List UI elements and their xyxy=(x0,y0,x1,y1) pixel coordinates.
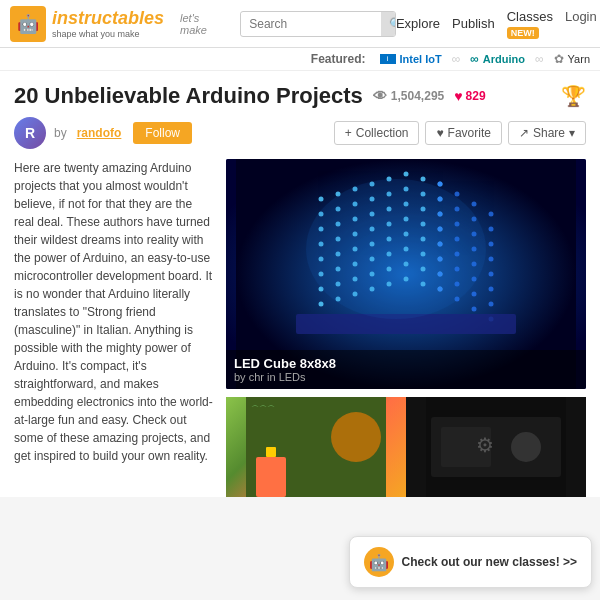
nav-explore[interactable]: Explore xyxy=(396,16,440,31)
chat-popup-text: Check out our new classes! >> xyxy=(402,555,577,569)
featured-label: Featured: xyxy=(311,52,366,66)
lets-make-text: let's make xyxy=(180,12,224,36)
svg-point-7 xyxy=(421,177,426,182)
follow-button[interactable]: Follow xyxy=(133,122,192,144)
svg-point-65 xyxy=(438,182,443,187)
page-title: 20 Unbelievable Arduino Projects xyxy=(14,83,363,109)
arduino-icon: ∞ xyxy=(470,52,479,66)
search-button[interactable]: 🔍 xyxy=(381,12,396,36)
by-label: by xyxy=(54,126,67,140)
svg-point-76 xyxy=(489,242,494,247)
search-input[interactable] xyxy=(241,13,381,35)
svg-rect-101 xyxy=(266,447,276,457)
svg-text:⚙: ⚙ xyxy=(476,434,494,456)
svg-point-66 xyxy=(455,192,460,197)
share-icon: ↗ xyxy=(519,126,529,140)
chat-avatar-icon: 🤖 xyxy=(364,547,394,577)
heart-icon: ♥ xyxy=(454,88,462,104)
favorite-button[interactable]: ♥ Favorite xyxy=(425,121,501,145)
view-count-value: 1,504,295 xyxy=(391,89,444,103)
intel-icon: i xyxy=(380,54,396,64)
collection-button[interactable]: + Collection xyxy=(334,121,420,145)
separator-1: ∞ xyxy=(452,52,461,66)
svg-point-68 xyxy=(489,212,494,217)
share-chevron-icon: ▾ xyxy=(569,126,575,140)
svg-text:⌒⌒⌒: ⌒⌒⌒ xyxy=(251,405,275,414)
trophy-icon: 🏆 xyxy=(561,84,586,108)
svg-point-57 xyxy=(319,302,324,307)
heart-fav-icon: ♥ xyxy=(436,126,443,140)
share-button[interactable]: ↗ Share ▾ xyxy=(508,121,586,145)
site-tagline: shape what you make xyxy=(52,29,164,39)
svg-point-92 xyxy=(489,302,494,307)
intel-iot-label[interactable]: Intel IoT xyxy=(400,53,442,65)
svg-point-67 xyxy=(472,202,477,207)
svg-point-95 xyxy=(472,307,477,312)
svg-point-6 xyxy=(404,172,409,177)
heart-count-value: 829 xyxy=(466,89,486,103)
arduino-label[interactable]: Arduino xyxy=(483,53,525,65)
svg-point-72 xyxy=(489,227,494,232)
article-description: Here are twenty amazing Arduino projects… xyxy=(14,159,214,497)
collection-plus-icon: + xyxy=(345,126,352,140)
nav-classes[interactable]: Classes NEW! xyxy=(507,9,553,39)
author-name[interactable]: randofo xyxy=(77,126,122,140)
svg-point-88 xyxy=(489,287,494,292)
site-name: instructables xyxy=(52,8,164,29)
svg-point-84 xyxy=(489,272,494,277)
featured-project-title: LED Cube 8x8x8 xyxy=(234,356,578,371)
svg-point-102 xyxy=(331,412,381,462)
separator-2: ∞ xyxy=(535,52,544,66)
thumbnail-1[interactable]: ⌒⌒⌒ xyxy=(226,397,406,497)
login-link[interactable]: Login xyxy=(565,9,597,39)
thumbnail-2[interactable]: ⚙ xyxy=(406,397,586,497)
avatar: R xyxy=(14,117,46,149)
svg-point-91 xyxy=(472,292,477,297)
classes-new-badge: NEW! xyxy=(507,27,539,39)
site-logo[interactable]: 🤖 xyxy=(10,6,46,42)
svg-point-98 xyxy=(306,179,486,319)
eye-icon: 👁 xyxy=(373,88,387,104)
svg-point-107 xyxy=(511,432,541,462)
svg-rect-100 xyxy=(256,457,286,497)
nav-publish[interactable]: Publish xyxy=(452,16,495,31)
chat-popup[interactable]: 🤖 Check out our new classes! >> xyxy=(349,536,592,588)
yarn-label[interactable]: Yarn xyxy=(568,53,590,65)
featured-project-author: by chr in LEDs xyxy=(234,371,578,383)
featured-image: LED Cube 8x8x8 by chr in LEDs xyxy=(226,159,586,389)
svg-point-80 xyxy=(489,257,494,262)
svg-point-1 xyxy=(319,197,324,202)
yarn-icon: ✿ xyxy=(554,52,564,66)
